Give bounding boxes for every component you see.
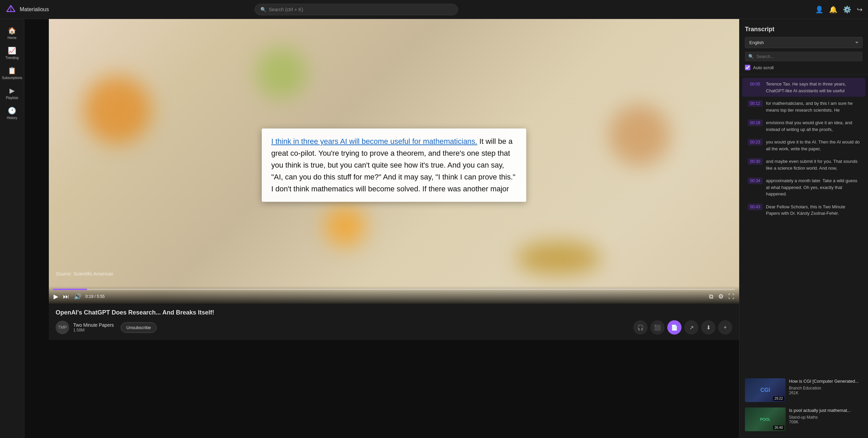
transcript-text: and maybe even submit it for you. That s…	[766, 158, 860, 171]
subtitle-highlighted: I think in three years AI will become us…	[271, 137, 477, 145]
transcript-search-wrap: 🔍	[745, 52, 863, 61]
video-info: OpenAI's ChatGPT Does Research... And Br…	[49, 304, 739, 340]
transcript-text: for mathematicians, and by this I am sur…	[766, 100, 860, 113]
logout-icon[interactable]: ↪	[857, 5, 863, 14]
transcript-time: 00:34	[748, 177, 763, 184]
progress-bar[interactable]	[53, 289, 735, 290]
settings-icon[interactable]: ⚙️	[843, 5, 851, 14]
subscriptions-icon: 📋	[8, 66, 16, 75]
playlists-icon: ▶	[9, 87, 15, 95]
channel-subscribers: 1.58M	[73, 328, 114, 332]
sidebar-item-subscriptions[interactable]: 📋 Subscriptions	[1, 64, 23, 82]
time-display: 0:19 / 5:55	[85, 294, 105, 299]
transcript-entry[interactable]: 00:43 Dear Fellow Scholars, this is Two …	[742, 201, 865, 220]
main: I think in three years AI will become us…	[49, 19, 868, 438]
controls-row: ▶ ⏭ 🔊 0:19 / 5:55 ⧉ ⚙ ⛶	[53, 292, 735, 301]
sidebar-item-history[interactable]: 🕐 History	[1, 104, 23, 122]
search-input[interactable]	[269, 7, 452, 12]
sidebar-item-playlists[interactable]: ▶ Playlists	[1, 84, 23, 102]
recommendations: CGI 29:22 How is CGI [Computer Generated…	[739, 372, 868, 438]
sidebar-label-history: History	[7, 116, 17, 120]
unsubscribe-button[interactable]: Unsubscribe	[121, 322, 157, 333]
sidebar-label-home: Home	[7, 36, 17, 40]
transcript-time: 00:43	[748, 204, 763, 210]
rec-pool-views: 709K	[789, 420, 863, 424]
action-buttons: 🎧 ⬛ 📄 ↗ ⬇ +	[633, 320, 732, 335]
rec-pool-duration: 26:40	[773, 425, 784, 430]
transcript-entry[interactable]: 00:23 you would give it to the AI. Then …	[742, 136, 865, 155]
transcript-time: 00:30	[748, 158, 763, 165]
account-icon[interactable]: 👤	[815, 5, 824, 14]
video-player[interactable]: I think in three years AI will become us…	[49, 19, 739, 304]
transcript-text: envisions that you would give it an idea…	[766, 119, 860, 133]
rec-pool-title: Is pool actually just mathemat...	[789, 407, 863, 414]
pip-button[interactable]: ⬛	[650, 320, 665, 335]
source-text: Source: Scientific American	[56, 271, 113, 277]
transcript-entry[interactable]: 00:18 envisions that you would give it a…	[742, 117, 865, 135]
transcript-text: Dear Fellow Scholars, this is Two Minute…	[766, 204, 860, 217]
home-icon: 🏠	[8, 26, 16, 35]
notifications-icon[interactable]: 🔔	[829, 5, 837, 14]
rec-cgi-title: How is CGI [Computer Generated...	[789, 378, 863, 384]
download-button[interactable]: ⬇	[701, 320, 715, 335]
sidebar-label-trending: Trending	[5, 56, 19, 60]
channel-row: TMP Two Minute Papers 1.58M Unsubscribe …	[56, 320, 732, 335]
next-button[interactable]: ⏭	[62, 292, 70, 301]
fullscreen-button[interactable]: ⛶	[728, 292, 735, 301]
transcript-text: you would give it to the AI. Then the AI…	[766, 139, 860, 152]
rec-cgi-views: 261K	[789, 391, 863, 395]
rec-cgi-duration: 29:22	[773, 396, 784, 401]
rec-pool-channel: Stand-up Maths	[789, 415, 863, 420]
controls-right: ⧉ ⚙ ⛶	[708, 292, 735, 301]
transcript-title: Transcript	[745, 26, 863, 33]
rec-pool-info: Is pool actually just mathemat... Stand-…	[789, 407, 863, 431]
miniplayer-button[interactable]: ⧉	[708, 292, 714, 301]
transcript-time: 00:23	[748, 139, 763, 146]
settings-video-button[interactable]: ⚙	[717, 292, 724, 301]
rec-item-pool[interactable]: POOL 26:40 Is pool actually just mathema…	[739, 405, 868, 434]
language-select[interactable]: English Spanish French	[745, 37, 863, 48]
transcript-panel: Transcript English Spanish French 🔍 Auto…	[739, 19, 868, 438]
clip-button[interactable]: 📄	[667, 320, 682, 335]
auto-scroll-checkbox[interactable]	[745, 65, 750, 70]
trending-icon: 📈	[8, 46, 16, 55]
video-title: OpenAI's ChatGPT Does Research... And Br…	[56, 309, 732, 316]
rec-cgi-info: How is CGI [Computer Generated... Branch…	[789, 378, 863, 402]
logo-area: Materialious	[5, 4, 73, 15]
more-button[interactable]: +	[718, 320, 732, 335]
progress-fill	[53, 289, 87, 290]
search-bar: 🔍	[255, 4, 458, 15]
sidebar-item-home[interactable]: 🏠 Home	[1, 24, 23, 42]
transcript-text: approximately a month later. Take a wild…	[766, 177, 860, 197]
subtitle-box: I think in three years AI will become us…	[262, 128, 526, 202]
volume-button[interactable]: 🔊	[73, 292, 82, 301]
topbar-right: 👤 🔔 ⚙️ ↪	[815, 5, 863, 14]
topbar: Materialious 🔍 👤 🔔 ⚙️ ↪	[0, 0, 868, 19]
transcript-entry[interactable]: 00:05 Terence Tao. He says that in three…	[742, 78, 865, 97]
channel-name: Two Minute Papers	[73, 322, 114, 328]
auto-scroll-label: Auto scroll	[753, 65, 774, 70]
rec-item-cgi[interactable]: CGI 29:22 How is CGI [Computer Generated…	[739, 376, 868, 405]
history-icon: 🕐	[8, 107, 16, 115]
video-background: I think in three years AI will become us…	[49, 19, 739, 304]
app-name: Materialious	[20, 6, 49, 13]
transcript-entry[interactable]: 00:34 approximately a month later. Take …	[742, 175, 865, 200]
sidebar-item-trending[interactable]: 📈 Trending	[1, 44, 23, 62]
channel-avatar: TMP	[56, 321, 69, 334]
transcript-list: 00:05 Terence Tao. He says that in three…	[739, 75, 868, 372]
transcript-entry[interactable]: 00:30 and maybe even submit it for you. …	[742, 155, 865, 174]
headphones-button[interactable]: 🎧	[633, 320, 648, 335]
transcript-search-icon: 🔍	[748, 54, 754, 59]
auto-scroll-row: Auto scroll	[745, 65, 863, 70]
transcript-entry[interactable]: 00:12 for mathematicians, and by this I …	[742, 97, 865, 116]
transcript-text: Terence Tao. He says that in three years…	[766, 81, 860, 94]
search-input-wrap[interactable]: 🔍	[255, 4, 458, 15]
share-button[interactable]: ↗	[684, 320, 698, 335]
transcript-search-input[interactable]	[756, 54, 859, 59]
play-button[interactable]: ▶	[53, 292, 59, 301]
transcript-time: 00:05	[748, 81, 763, 88]
search-icon: 🔍	[260, 7, 266, 12]
logo-icon	[5, 4, 16, 15]
transcript-time: 00:18	[748, 119, 763, 126]
rec-thumb-pool: POOL 26:40	[745, 407, 786, 431]
